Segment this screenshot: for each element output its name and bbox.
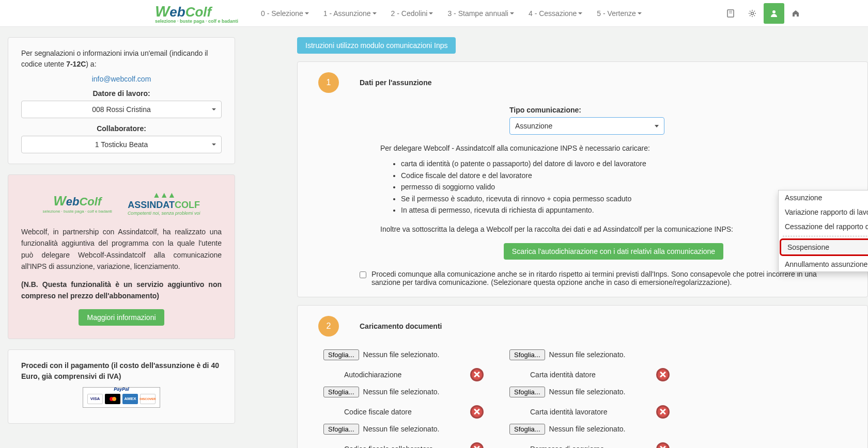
error-icon [470, 405, 484, 419]
dropdown-item-sospensione[interactable]: Sospensione [780, 238, 868, 256]
browse-button[interactable]: Sfoglia... [323, 424, 359, 435]
caret-icon [638, 12, 642, 14]
svg-point-3 [751, 12, 754, 14]
browse-button[interactable]: Sfoglia... [323, 387, 359, 397]
book-icon[interactable] [720, 3, 741, 24]
no-file-text: Nessun file selezionato. [549, 388, 626, 396]
upload-cell: Sfoglia... Nessun file selezionato. Auto… [323, 349, 489, 381]
procedi-checkbox[interactable] [360, 271, 366, 278]
error-icon [470, 368, 484, 381]
error-icon [656, 368, 670, 381]
dropdown-item-annullamento[interactable]: Annullamento assunzione [779, 257, 868, 271]
main-content: Istruzioni utilizzo modulo comunicazioni… [297, 37, 868, 448]
user-icon[interactable] [764, 3, 784, 24]
caret-icon [373, 12, 377, 14]
partner-text: Webcolf, in partnership con Assindatcolf… [21, 226, 222, 273]
section-step2: 2 Caricamento documenti Sfoglia... Nessu… [297, 305, 868, 448]
browse-button[interactable]: Sfoglia... [509, 424, 545, 435]
gear-icon[interactable] [742, 3, 763, 24]
upload-cell: Sfoglia... Nessun file selezionato. Codi… [323, 387, 489, 419]
tipo-comunicazione-dropdown: Assunzione Variazione rapporto di lavoro… [778, 190, 868, 272]
upload-cell: Sfoglia... Nessun file selezionato. Perm… [509, 424, 675, 448]
dropdown-item-variazione[interactable]: Variazione rapporto di lavoro [779, 205, 868, 219]
payment-methods[interactable]: PayPal VISA AMEX DISCOVER [83, 387, 160, 408]
upload-cell: Sfoglia... Nessun file selezionato. Codi… [323, 424, 489, 448]
sidebar: Per segnalazioni o informazioni invia un… [8, 37, 235, 448]
doc-label: Codice fiscale datore [344, 408, 412, 416]
step2-number: 2 [318, 316, 339, 337]
dropdown-divider [783, 236, 868, 236]
no-file-text: Nessun file selezionato. [363, 388, 440, 396]
browse-button[interactable]: Sfoglia... [323, 349, 359, 360]
info-text: Per segnalazioni o informazioni invia un… [21, 48, 222, 70]
upload-cell: Sfoglia... Nessun file selezionato. Cart… [509, 349, 675, 381]
caret-icon [429, 12, 433, 14]
collab-select[interactable]: 1 Tosticku Beata [21, 136, 222, 153]
partner-note: (N.B. Questa funzionalità è un servizio … [21, 279, 222, 302]
browse-button[interactable]: Sfoglia... [509, 349, 545, 360]
more-info-button[interactable]: Maggiori informazioni [79, 309, 164, 326]
mastercard-icon [105, 394, 120, 404]
caret-icon [510, 12, 514, 14]
doc-label: Codice fiscale collaboratore [344, 445, 433, 448]
nav-selezione[interactable]: 0 - Selezione [254, 1, 316, 26]
no-file-text: Nessun file selezionato. [363, 350, 440, 359]
doc-label: Carta identità lavoratore [530, 408, 607, 416]
home-icon[interactable] [785, 3, 806, 24]
instructions-button[interactable]: Istruzioni utilizzo modulo comunicazioni… [297, 37, 456, 54]
visa-icon: VISA [87, 394, 103, 404]
no-file-text: Nessun file selezionato. [549, 350, 626, 359]
error-icon [656, 405, 670, 419]
nav-assunzione[interactable]: 1 - Assunzione [316, 1, 384, 26]
doc-label: Autodichiarazione [344, 371, 401, 379]
payment-panel: Procedi con il pagamento (il costo dell'… [8, 349, 235, 424]
step1-title: Dati per l'assunzione [360, 78, 431, 87]
info-email-link[interactable]: info@webcolf.com [21, 75, 222, 83]
caret-icon [578, 12, 582, 14]
amex-icon: AMEX [122, 394, 138, 404]
dropdown-item-cessazione[interactable]: Cessazione del rapporto di lavoro [779, 219, 868, 234]
collab-label: Collaboratore: [21, 124, 222, 133]
browse-button[interactable]: Sfoglia... [509, 387, 545, 397]
info-panel: Per segnalazioni o informazioni invia un… [8, 37, 235, 164]
no-file-text: Nessun file selezionato. [363, 425, 440, 433]
logo[interactable]: WebColf selezione · buste paga · colf e … [155, 3, 238, 24]
procedi-checkbox-label: Procedi comunque alla comunicazione anch… [371, 270, 847, 286]
dropdown-item-assunzione[interactable]: Assunzione [779, 190, 868, 205]
payment-text: Procedi con il pagamento (il costo dell'… [21, 360, 222, 382]
navbar: WebColf selezione · buste paga · colf e … [0, 0, 868, 27]
tipo-comunicazione-label: Tipo comunicazione: [509, 106, 664, 114]
discover-icon: DISCOVER [140, 394, 156, 404]
step1-number: 1 [318, 72, 339, 93]
upload-cell: Sfoglia... Nessun file selezionato. Cart… [509, 387, 675, 419]
tipo-comunicazione-select[interactable]: Assunzione [509, 117, 664, 135]
step2-title: Caricamento documenti [360, 322, 442, 330]
section-step1: 1 Dati per l'assunzione Tipo comunicazio… [297, 61, 868, 297]
doc-label: Carta identità datore [530, 371, 596, 379]
nav-vertenze[interactable]: 5 - Vertenze [590, 1, 649, 26]
assindatcolf-logo: ▲▲▲ ASSINDATCOLF Competenti noi, senza p… [128, 190, 200, 216]
datore-select[interactable]: 008 Rossi Cristina [21, 101, 222, 118]
svg-rect-0 [727, 10, 734, 17]
delega-content: Per delegare Webcolf - Assindatcolf alla… [380, 142, 847, 260]
download-autodich-button[interactable]: Scarica l'autodichiarazione con i dati r… [504, 243, 723, 260]
partner-panel: WebColf selezione · buste paga · colf e … [8, 174, 235, 339]
caret-icon [305, 12, 309, 14]
nav-stampe[interactable]: 3 - Stampe annuali [440, 1, 521, 26]
nav-cessazione[interactable]: 4 - Cessazione [521, 1, 590, 26]
error-icon [656, 442, 670, 448]
svg-point-4 [772, 10, 776, 13]
doc-label: Permesso di soggiorno [530, 445, 604, 448]
no-file-text: Nessun file selezionato. [549, 425, 626, 433]
nav-cedolini[interactable]: 2 - Cedolini [384, 1, 441, 26]
error-icon [470, 442, 484, 448]
datore-label: Datore di lavoro: [21, 89, 222, 98]
webcolf-logo: WebColf selezione · buste paga · colf e … [43, 193, 112, 214]
